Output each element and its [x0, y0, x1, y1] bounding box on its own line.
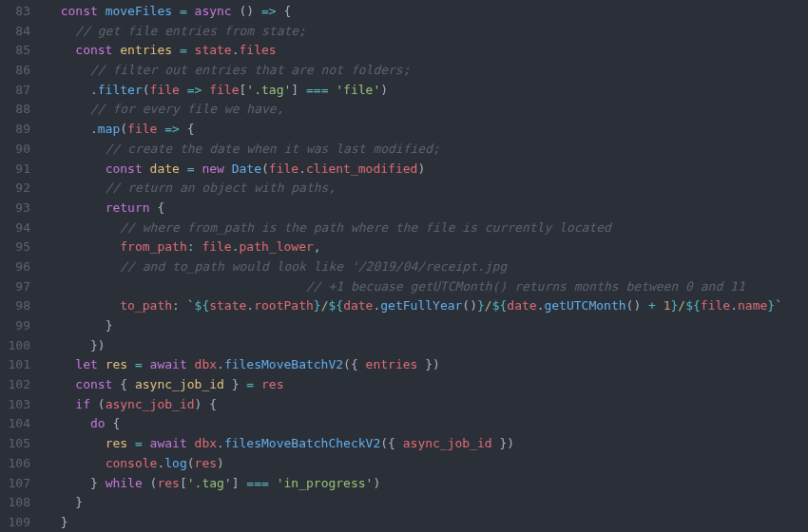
- code-line[interactable]: const date = new Date(file.client_modifi…: [46, 160, 808, 180]
- line-number: 92: [0, 179, 30, 199]
- line-number-gutter: 8384858687888990919293949596979899100101…: [0, 2, 44, 532]
- line-number: 106: [0, 454, 30, 474]
- line-number: 107: [0, 474, 30, 494]
- line-number: 90: [0, 140, 30, 160]
- line-number: 101: [0, 355, 30, 375]
- line-number: 97: [0, 277, 30, 297]
- code-line[interactable]: // and to_path would look like '/2019/04…: [46, 257, 808, 277]
- code-line[interactable]: return {: [46, 199, 808, 218]
- code-line[interactable]: // return an object with paths,: [46, 179, 808, 199]
- code-line[interactable]: }): [46, 336, 808, 356]
- line-number: 93: [0, 199, 30, 218]
- line-number: 85: [0, 41, 30, 61]
- code-line[interactable]: if (async_job_id) {: [46, 395, 808, 415]
- code-line[interactable]: }: [46, 493, 808, 513]
- code-line[interactable]: const entries = state.files: [46, 41, 808, 61]
- code-line[interactable]: const moveFiles = async () => {: [46, 2, 808, 22]
- code-line[interactable]: to_path: `${state.rootPath}/${date.getFu…: [46, 296, 808, 316]
- code-line[interactable]: const { async_job_id } = res: [46, 375, 808, 395]
- code-line[interactable]: }: [46, 316, 808, 336]
- code-line[interactable]: console.log(res): [46, 454, 808, 474]
- line-number: 99: [0, 316, 30, 336]
- line-number: 108: [0, 493, 30, 513]
- line-number: 88: [0, 100, 30, 120]
- line-number: 95: [0, 238, 30, 257]
- line-number: 102: [0, 375, 30, 395]
- line-number: 94: [0, 218, 30, 238]
- code-content[interactable]: const moveFiles = async () => { // get f…: [44, 2, 808, 532]
- code-line[interactable]: do {: [46, 414, 808, 434]
- line-number: 96: [0, 257, 30, 277]
- code-line[interactable]: // +1 becuase getUTCMonth() returns mont…: [46, 277, 808, 297]
- code-line[interactable]: .filter(file => file['.tag'] === 'file'): [46, 81, 808, 101]
- line-number: 83: [0, 2, 30, 22]
- line-number: 103: [0, 395, 30, 415]
- code-line[interactable]: // where from_path is the path where the…: [46, 218, 808, 238]
- line-number: 100: [0, 336, 30, 356]
- code-line[interactable]: from_path: file.path_lower,: [46, 238, 808, 257]
- code-line[interactable]: res = await dbx.filesMoveBatchCheckV2({ …: [46, 434, 808, 454]
- line-number: 105: [0, 434, 30, 454]
- code-line[interactable]: let res = await dbx.filesMoveBatchV2({ e…: [46, 355, 808, 375]
- line-number: 98: [0, 296, 30, 316]
- code-line[interactable]: // filter out entries that are not folde…: [46, 61, 808, 81]
- line-number: 84: [0, 22, 30, 42]
- line-number: 109: [0, 513, 30, 532]
- code-line[interactable]: // get file entries from state;: [46, 22, 808, 42]
- code-line[interactable]: // create the date when it was last modi…: [46, 140, 808, 160]
- code-line[interactable]: // for every file we have,: [46, 100, 808, 120]
- line-number: 91: [0, 160, 30, 180]
- line-number: 87: [0, 81, 30, 101]
- code-line[interactable]: .map(file => {: [46, 120, 808, 140]
- line-number: 86: [0, 61, 30, 81]
- code-line[interactable]: } while (res['.tag'] === 'in_progress'): [46, 474, 808, 494]
- code-editor[interactable]: 8384858687888990919293949596979899100101…: [0, 0, 808, 532]
- code-line[interactable]: }: [46, 513, 808, 532]
- line-number: 104: [0, 414, 30, 434]
- line-number: 89: [0, 120, 30, 140]
